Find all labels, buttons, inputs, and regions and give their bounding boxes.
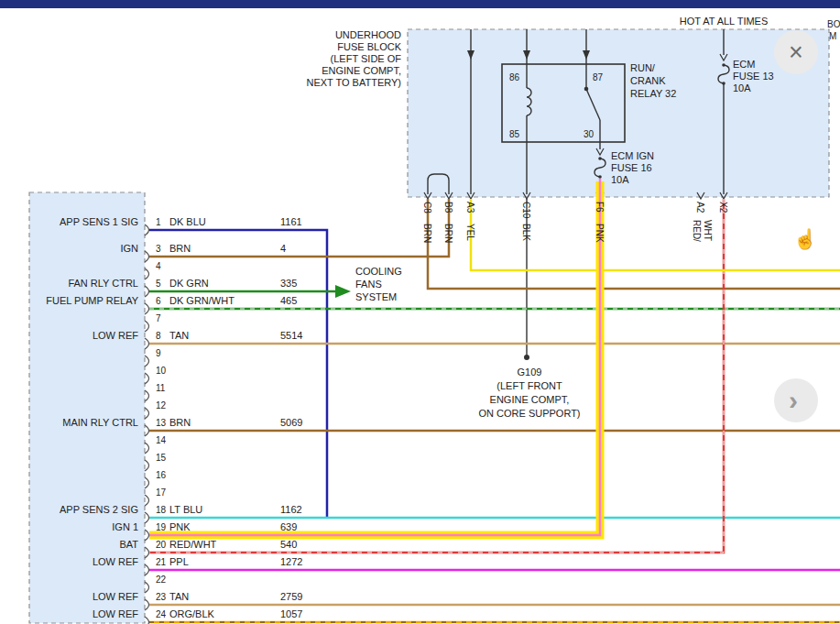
- wire-color: YEL: [465, 224, 475, 241]
- ground-g109-caption: G109 (LEFT FRONT ENGINE COMPT, ON CORE S…: [478, 367, 580, 419]
- pin-socket-icon: [145, 495, 149, 506]
- pin-number: 12: [156, 400, 167, 411]
- fuse13-label-line: FUSE 13: [733, 71, 774, 82]
- wire-pnk-639: [149, 179, 600, 535]
- pin-number: 21: [156, 557, 167, 567]
- pin-number: 22: [156, 575, 167, 585]
- wire-color-label: RED/WHT: [169, 539, 217, 550]
- relay-name-line: CRANK: [630, 75, 666, 86]
- pin-socket-icon: [145, 547, 149, 558]
- fuse13-label-line: ECM: [733, 59, 755, 70]
- pin-socket-icon: [145, 530, 149, 541]
- pin-socket-icon: [145, 564, 149, 575]
- circuit-number: 1272: [280, 556, 302, 567]
- fuse16-label-line: 10A: [611, 174, 629, 185]
- wire-color-label: TAN: [169, 330, 189, 341]
- close-button[interactable]: ×: [774, 30, 818, 74]
- pin-socket-icon: [145, 617, 149, 624]
- wire-color-label: BRN: [169, 417, 191, 428]
- relay-name-line: RELAY 32: [630, 88, 676, 99]
- circuit-number: 639: [280, 521, 297, 532]
- wire-color-label: DK GRN/WHT: [169, 295, 235, 306]
- pin-id: B8: [443, 202, 453, 213]
- next-page-button[interactable]: ›: [774, 378, 818, 422]
- pin-number: 4: [156, 261, 161, 271]
- pin-id: C8: [422, 202, 432, 213]
- pin-function-label: APP SENS 2 SIG: [60, 504, 138, 515]
- pin-row-15: 15: [145, 453, 167, 471]
- circuit-number: 5514: [280, 330, 302, 341]
- selected-wire-pnk-639[interactable]: [149, 179, 600, 535]
- circuit-number: 540: [280, 539, 297, 550]
- pin-socket-icon: [145, 599, 149, 610]
- pin-row-7: 7: [145, 313, 161, 332]
- pin-number: 3: [156, 244, 161, 254]
- wire-brn-4: [149, 199, 449, 257]
- caption-line: NEXT TO BATTERY): [306, 77, 401, 88]
- circuit-number: 5069: [280, 417, 302, 428]
- pin-number: 20: [156, 540, 167, 550]
- circuit-number: 465: [280, 295, 297, 306]
- pin-socket-icon: [145, 356, 149, 367]
- circuit-number: 1161: [280, 216, 302, 227]
- close-icon[interactable]: ×: [789, 38, 803, 66]
- relay-terminal-87: 87: [593, 72, 604, 82]
- pin-row-12: 12: [145, 400, 167, 419]
- pin-number: 11: [156, 383, 166, 393]
- wire-stripe: [149, 199, 724, 553]
- pin-number: 17: [156, 487, 167, 498]
- pin-number: 9: [156, 348, 161, 358]
- pin-row-10: 10: [145, 366, 167, 384]
- wire-color: RED/: [692, 220, 702, 242]
- wire-color-label: PNK: [169, 521, 191, 532]
- pin-socket-icon: [145, 582, 149, 593]
- wire-color: PNK: [595, 224, 605, 243]
- cutoff-module-label: M: [829, 31, 836, 41]
- caption-line: ENGINE COMPT,: [322, 65, 401, 76]
- pin-row-11: 11: [145, 383, 166, 401]
- bulkhead-pin-ids: C8 B8 A3 C10 F6 A2 X2: [422, 202, 728, 219]
- pin-id: C10: [521, 202, 531, 219]
- relay-name-line: RUN/: [630, 62, 656, 73]
- pin-number: 8: [156, 331, 161, 341]
- caption-line: (LEFT SIDE OF: [331, 53, 402, 64]
- pin-function-label: APP SENS 1 SIG: [60, 216, 138, 227]
- circuit-number: 4: [280, 243, 286, 254]
- pin-socket-icon: [145, 443, 149, 454]
- pin-socket-icon: [145, 408, 149, 419]
- wire-color: BLK: [521, 224, 531, 241]
- wire-color-label: PPL: [169, 556, 189, 567]
- ground-location-line: ENGINE COMPT,: [490, 394, 570, 405]
- cooling-fans-caption: COOLING FANS SYSTEM: [355, 266, 402, 302]
- chevron-right-icon[interactable]: ›: [789, 385, 798, 415]
- pin-number: 23: [156, 592, 167, 602]
- pin-number: 5: [156, 279, 161, 289]
- pin-socket-icon: [145, 338, 149, 349]
- wire-color: BRN: [443, 224, 453, 243]
- pin-id: F6: [595, 202, 605, 213]
- pin-row-4: 4: [145, 261, 161, 279]
- pin-number: 6: [156, 296, 161, 306]
- pin-function-label: LOW REF: [93, 608, 138, 619]
- underhood-fuse-block-caption: UNDERHOOD FUSE BLOCK (LEFT SIDE OF ENGIN…: [306, 29, 401, 88]
- pin-function-label: MAIN RLY CTRL: [62, 417, 138, 428]
- relay-terminal-85: 85: [509, 129, 520, 139]
- pin-row-17: 17: [145, 487, 167, 506]
- pin-socket-icon: [145, 512, 149, 523]
- circuit-number: 1057: [280, 608, 302, 619]
- wire-dk-blu-1161: [149, 230, 327, 518]
- pin-socket-icon: [145, 286, 149, 297]
- pin-row-16: 16: [145, 470, 167, 488]
- caption-line: FUSE BLOCK: [337, 41, 401, 52]
- wire-color-label: ORG/BLK: [169, 608, 215, 619]
- pin-function-label: IGN: [120, 243, 138, 254]
- wire-highlight-glow: [149, 181, 600, 535]
- pin-socket-icon: [145, 251, 149, 262]
- pin-number: 19: [156, 522, 167, 532]
- hot-at-all-times-label: HOT AT ALL TIMES: [680, 16, 769, 27]
- ground-name: G109: [518, 367, 542, 378]
- relay-terminal-86: 86: [509, 72, 520, 82]
- pin-row-20: 20 RED/WHT 540 BAT: [119, 539, 297, 558]
- wire-brn-c8-feed: [428, 199, 840, 289]
- pin-function-label: LOW REF: [93, 556, 138, 567]
